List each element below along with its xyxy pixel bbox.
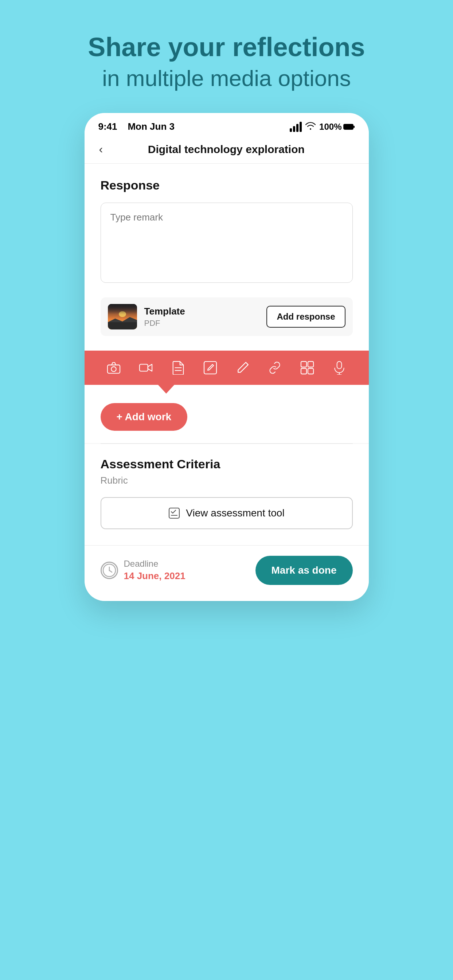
hero-section: Share your reflections in multiple media… xyxy=(0,0,453,113)
assessment-section-title: Assessment Criteria xyxy=(100,457,353,471)
battery-indicator: 100% xyxy=(319,122,354,132)
main-content: Response xyxy=(84,164,369,351)
media-toolbar xyxy=(84,351,369,385)
view-tool-label: View assessment tool xyxy=(186,508,284,519)
status-date: Mon Jun 3 xyxy=(127,121,175,132)
svg-rect-13 xyxy=(308,361,313,367)
svg-rect-6 xyxy=(108,365,120,374)
page-title: Digital technology exploration xyxy=(109,143,343,156)
document-icon[interactable] xyxy=(171,361,185,375)
edit-square-icon[interactable] xyxy=(203,361,217,375)
microphone-icon[interactable] xyxy=(332,361,346,375)
wifi-icon xyxy=(305,122,316,132)
svg-point-7 xyxy=(111,367,116,371)
template-name: Template xyxy=(144,306,259,317)
status-indicators: 100% xyxy=(290,122,354,132)
svg-rect-14 xyxy=(301,369,307,374)
view-assessment-tool-button[interactable]: View assessment tool xyxy=(100,497,353,529)
add-work-section: + Add work xyxy=(84,385,369,443)
pencil-icon[interactable] xyxy=(236,361,250,375)
deadline-info: Deadline 14 June, 2021 xyxy=(124,559,186,582)
svg-rect-19 xyxy=(169,508,179,518)
status-time-date: 9:41 Mon Jun 3 xyxy=(99,121,175,132)
svg-rect-11 xyxy=(204,361,216,374)
template-thumbnail xyxy=(108,304,137,329)
svg-rect-1 xyxy=(353,126,354,128)
assessment-subtitle: Rubric xyxy=(100,475,353,486)
svg-rect-16 xyxy=(337,361,342,369)
nav-bar: ‹ Digital technology exploration xyxy=(84,136,369,164)
status-bar: 9:41 Mon Jun 3 100% xyxy=(84,113,369,136)
video-icon[interactable] xyxy=(139,361,153,375)
response-section-title: Response xyxy=(100,178,353,192)
add-response-button[interactable]: Add response xyxy=(266,306,345,328)
back-button[interactable]: ‹ xyxy=(99,143,103,156)
signal-icon xyxy=(290,122,302,132)
status-time: 9:41 xyxy=(99,121,118,132)
link-icon[interactable] xyxy=(268,361,282,375)
grid-icon[interactable] xyxy=(300,361,314,375)
hero-title: Share your reflections xyxy=(88,33,365,62)
svg-rect-8 xyxy=(140,364,148,371)
deadline-label: Deadline xyxy=(124,559,186,569)
template-type: PDF xyxy=(144,318,259,328)
deadline-section: Deadline 14 June, 2021 xyxy=(100,559,186,582)
phone-frame: 9:41 Mon Jun 3 100% xyxy=(84,113,369,601)
camera-icon[interactable] xyxy=(107,361,121,375)
svg-line-23 xyxy=(109,570,112,572)
assessment-section: Assessment Criteria Rubric View assessme… xyxy=(84,444,369,545)
svg-rect-12 xyxy=(301,361,307,367)
template-info: Template PDF xyxy=(144,306,259,328)
add-work-button[interactable]: + Add work xyxy=(100,403,188,431)
svg-rect-15 xyxy=(308,369,313,374)
mark-done-button[interactable]: Mark as done xyxy=(256,556,353,585)
hero-subtitle: in multiple media options xyxy=(102,65,351,91)
battery-percent: 100% xyxy=(319,122,342,132)
footer-bar: Deadline 14 June, 2021 Mark as done xyxy=(84,545,369,601)
remark-input[interactable] xyxy=(100,203,353,283)
deadline-date: 14 June, 2021 xyxy=(124,570,186,582)
checklist-icon xyxy=(168,508,180,519)
svg-rect-4 xyxy=(108,322,137,329)
template-row: Template PDF Add response xyxy=(100,298,353,336)
clock-icon xyxy=(100,562,118,579)
svg-rect-0 xyxy=(344,124,353,129)
